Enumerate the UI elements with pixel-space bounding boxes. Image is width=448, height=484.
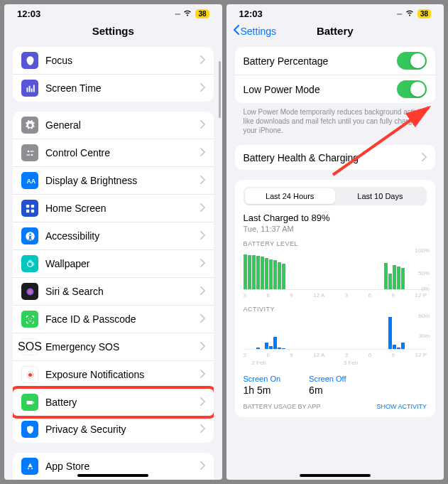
- chart-bar: [401, 343, 405, 349]
- activity-chart[interactable]: 60m 30m: [244, 316, 427, 350]
- x-tick: 12 A: [313, 352, 324, 358]
- x-tick: 12 P: [415, 352, 427, 358]
- chart-bar: [388, 274, 392, 289]
- row-label: App Store: [45, 461, 200, 472]
- settings-row-screentime[interactable]: Screen Time: [13, 75, 214, 102]
- settings-list[interactable]: FocusScreen TimeGeneralControl CentreAAD…: [4, 44, 222, 480]
- svg-point-6: [31, 154, 33, 156]
- settings-row-battery[interactable]: Battery: [13, 386, 214, 419]
- chart-bar: [282, 348, 285, 349]
- chevron-right-icon: [200, 119, 205, 131]
- focus-icon: [21, 52, 38, 69]
- chart-bar: [269, 346, 273, 349]
- page-title: Settings: [92, 25, 134, 37]
- settings-row-control[interactable]: Control Centre: [13, 139, 214, 167]
- svg-rect-24: [33, 402, 33, 404]
- battery-icon: [21, 394, 38, 411]
- x-tick: 3: [244, 292, 246, 299]
- home-indicator[interactable]: [300, 474, 371, 477]
- chevron-right-icon: [200, 230, 205, 242]
- toggle-switch[interactable]: [397, 80, 427, 98]
- row-label: Focus: [45, 55, 200, 66]
- row-label: Accessibility: [45, 230, 200, 242]
- settings-row-home[interactable]: Home Screen: [13, 195, 214, 222]
- settings-row-wallpaper[interactable]: Wallpaper: [13, 250, 214, 278]
- x-tick: 9: [392, 292, 395, 299]
- status-bar: 12:03 •••• 38: [4, 4, 222, 21]
- row-label: Home Screen: [45, 203, 200, 214]
- chevron-right-icon: [200, 174, 205, 187]
- x-tick: 9: [290, 352, 293, 358]
- chart-bar: [278, 348, 281, 349]
- chevron-right-icon: [200, 257, 205, 270]
- settings-group: FocusScreen Time: [13, 47, 214, 102]
- settings-row-siri[interactable]: Siri & Search: [13, 278, 214, 306]
- chevron-right-icon: [200, 460, 205, 473]
- battery-content[interactable]: Battery PercentageLow Power Mode Low Pow…: [226, 44, 444, 480]
- toggle-switch[interactable]: [397, 52, 427, 70]
- x-tick: 3: [244, 352, 246, 358]
- status-time: 12:03: [17, 9, 40, 19]
- svg-point-4: [27, 150, 29, 152]
- status-right: •••• 38: [175, 9, 209, 19]
- row-label: Privacy & Security: [45, 424, 200, 435]
- battery-level-header: BATTERY LEVEL: [244, 240, 427, 247]
- chart-bar: [265, 258, 268, 289]
- usage-card: Last 24 HoursLast 10 Days Last Charged t…: [235, 180, 436, 417]
- x-tick: 12 A: [313, 292, 324, 299]
- battery-health-row[interactable]: Battery Health & Charging: [235, 145, 436, 170]
- cellular-dots-icon: ••••: [397, 11, 402, 17]
- show-activity-button[interactable]: SHOW ACTIVITY: [376, 403, 427, 410]
- chart-bar: [252, 255, 256, 289]
- segment-1[interactable]: Last 10 Days: [335, 188, 425, 204]
- settings-row-privacy[interactable]: Privacy & Security: [13, 416, 214, 443]
- svg-rect-23: [26, 401, 33, 404]
- svg-rect-7: [26, 154, 30, 155]
- settings-row-accessibility[interactable]: Accessibility: [13, 222, 214, 250]
- chevron-right-icon: [200, 285, 205, 298]
- back-button[interactable]: Settings: [234, 25, 277, 37]
- home-indicator[interactable]: [77, 474, 148, 477]
- control-icon: [21, 144, 38, 161]
- x-tick: 6: [266, 352, 269, 358]
- settings-row-faceid[interactable]: Face ID & Passcode: [13, 306, 214, 333]
- segment-0[interactable]: Last 24 Hours: [245, 188, 335, 204]
- display-icon: AA: [21, 172, 38, 189]
- chart-bar: [265, 343, 268, 349]
- svg-rect-3: [33, 85, 34, 92]
- svg-point-21: [28, 373, 32, 377]
- chart-bar: [269, 259, 273, 289]
- toggle-row-0: Battery Percentage: [235, 47, 436, 75]
- svg-rect-1: [28, 85, 30, 92]
- chevron-right-icon: [200, 54, 205, 67]
- svg-rect-5: [30, 151, 33, 151]
- chevron-right-icon: [200, 146, 205, 159]
- scroll-indicator[interactable]: [219, 61, 221, 118]
- settings-row-exposure[interactable]: Exposure Notifications: [13, 361, 214, 389]
- chart-bar: [384, 263, 388, 289]
- usage-by-app-header: BATTERY USAGE BY APP SHOW ACTIVITY: [244, 403, 427, 410]
- settings-row-general[interactable]: General: [13, 112, 214, 139]
- svg-rect-12: [31, 209, 33, 212]
- time-range-segment[interactable]: Last 24 HoursLast 10 Days: [244, 187, 427, 205]
- status-bar: 12:03 •••• 38: [226, 4, 444, 21]
- settings-row-display[interactable]: AADisplay & Brightness: [13, 167, 214, 195]
- chevron-left-icon: [234, 25, 239, 37]
- status-time: 12:03: [239, 9, 263, 19]
- appstore-icon: [21, 458, 38, 475]
- chart-bar: [273, 260, 277, 289]
- y-tick: 60m: [418, 313, 430, 319]
- svg-point-14: [29, 233, 31, 235]
- settings-row-focus[interactable]: Focus: [13, 47, 214, 75]
- chevron-right-icon: [200, 340, 205, 353]
- svg-rect-2: [31, 88, 32, 92]
- chart-bar: [393, 265, 396, 289]
- row-label: Exposure Notifications: [45, 369, 200, 380]
- chart-bar: [282, 264, 285, 289]
- y-tick: 50%: [418, 270, 430, 276]
- toggle-label: Battery Percentage: [244, 55, 398, 67]
- battery-level-chart[interactable]: 100% 50% 0%: [244, 250, 427, 290]
- wallpaper-icon: [21, 255, 38, 272]
- x-tick: 3: [345, 352, 348, 358]
- settings-row-sos[interactable]: SOSEmergency SOS: [13, 333, 214, 361]
